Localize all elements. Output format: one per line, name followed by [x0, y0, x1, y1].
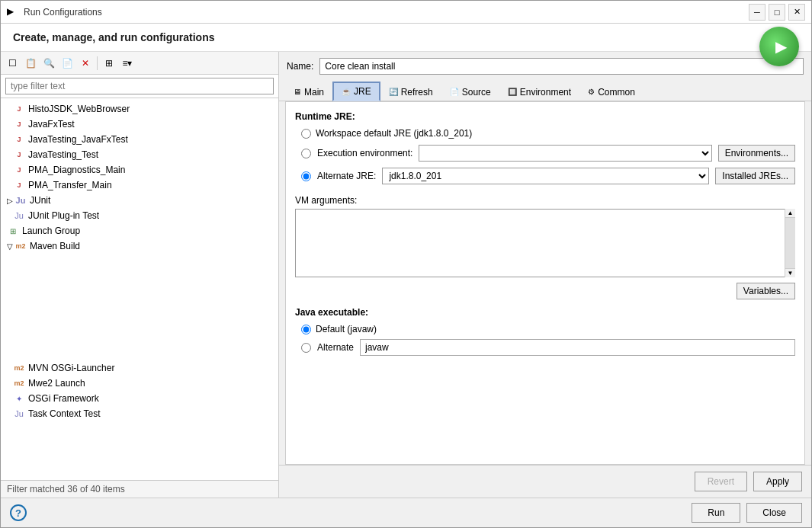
search-input[interactable]: [5, 78, 274, 94]
window-controls[interactable]: ─ □ ✕: [749, 4, 805, 21]
list-item[interactable]: J PMA_Diagnostics_Main: [1, 162, 278, 178]
tree-item-label: OSGi Framework: [28, 393, 99, 404]
main-tab-icon: 🖥: [294, 88, 301, 96]
tab-bar: 🖥 Main ☕ JRE 🔄 Refresh 📄 Source 🔲: [279, 81, 811, 101]
tab-main[interactable]: 🖥 Main: [285, 82, 332, 101]
list-item[interactable]: ⊞ Launch Group: [1, 223, 278, 238]
alternate-exec-input[interactable]: [360, 339, 795, 356]
duplicate-button[interactable]: 📋: [22, 55, 39, 72]
scroll-up-btn[interactable]: ▲: [785, 209, 795, 218]
alternate-jre-radio[interactable]: [301, 171, 311, 181]
tab-refresh[interactable]: 🔄 Refresh: [380, 82, 441, 101]
config-tree: J HistoJSDK_WebBrowser J JavaFxTest J Ja…: [1, 98, 278, 480]
alternate-exec-label: Alternate: [317, 342, 354, 353]
environment-tab-icon: 🔲: [508, 88, 517, 96]
list-item[interactable]: ✦ OSGi Framework: [1, 391, 278, 406]
tree-item-label: JUnit Plug-in Test: [28, 210, 99, 221]
maximize-button[interactable]: □: [769, 4, 785, 21]
java-icon: J: [13, 179, 25, 191]
java-icon: J: [13, 133, 25, 146]
toolbar-separator: [97, 56, 98, 70]
name-label: Name:: [287, 61, 313, 72]
list-item[interactable]: J HistoJSDK_WebBrowser: [1, 101, 278, 117]
list-item[interactable]: m2 MVN OSGi-Launcher: [1, 360, 278, 376]
tab-source[interactable]: 📄 Source: [441, 82, 499, 101]
junit-icon: Ju: [14, 194, 27, 206]
run-button[interactable]: Run: [692, 503, 740, 523]
mwe2-icon: m2: [13, 377, 25, 389]
filter-button[interactable]: 📄: [59, 55, 75, 72]
common-tab-icon: ⚙: [588, 88, 595, 96]
apply-button[interactable]: Apply: [753, 472, 802, 491]
jre-tab-content: Runtime JRE: Workspace default JRE (jdk1…: [285, 101, 805, 465]
alternate-jre-select[interactable]: jdk1.8.0_201: [382, 168, 709, 184]
jre-tab-icon: ☕: [342, 88, 351, 96]
execution-env-radio[interactable]: [301, 149, 311, 158]
variables-button[interactable]: Variables...: [737, 283, 795, 299]
expand-icon: ▽: [7, 242, 13, 251]
workspace-default-radio[interactable]: [301, 129, 311, 139]
list-item[interactable]: ▽ m2 Maven Build: [1, 238, 278, 254]
list-item[interactable]: J JavaTesting_JavaFxTest: [1, 132, 278, 147]
tree-item-label: Task Context Test: [28, 408, 101, 419]
collapse-button[interactable]: ⊞: [101, 55, 117, 72]
installed-jres-button[interactable]: Installed JREs...: [715, 168, 795, 184]
maven-icon: m2: [14, 240, 27, 252]
list-item[interactable]: J JavaFxTest: [1, 117, 278, 132]
new-config-button[interactable]: ☐: [4, 55, 21, 72]
revert-button[interactable]: Revert: [695, 472, 747, 491]
list-item[interactable]: J PMA_Transfer_Main: [1, 178, 278, 193]
maven-item-icon: m2: [13, 362, 25, 374]
tab-environment[interactable]: 🔲 Environment: [499, 82, 579, 101]
help-button[interactable]: ?: [10, 504, 27, 521]
list-item[interactable]: m2 Mwe2 Launch: [1, 376, 278, 391]
app-icon: ▶: [7, 6, 19, 18]
java-icon: J: [13, 164, 25, 176]
title-bar: ▶ Run Configurations ─ □ ✕: [1, 1, 811, 24]
list-item[interactable]: J JavaTesting_Test: [1, 147, 278, 162]
default-javaw-radio[interactable]: [301, 325, 311, 334]
tree-item-label: JavaTesting_JavaFxTest: [28, 134, 128, 145]
close-window-button[interactable]: ✕: [788, 4, 805, 21]
name-input[interactable]: [319, 58, 804, 75]
task-icon: Ju: [13, 408, 25, 420]
java-icon: J: [13, 149, 25, 161]
search-box: [1, 75, 278, 98]
scroll-down-btn[interactable]: ▼: [785, 268, 795, 277]
execution-env-select[interactable]: [419, 145, 711, 162]
variables-row: Variables...: [295, 283, 795, 299]
vm-arguments-input[interactable]: [295, 209, 795, 277]
tree-item-label: PMA_Diagnostics_Main: [28, 165, 125, 175]
run-icon[interactable]: [759, 27, 799, 66]
minimize-button[interactable]: ─: [749, 4, 765, 21]
view-menu-button[interactable]: ≡▾: [119, 55, 136, 72]
environments-button[interactable]: Environments...: [718, 145, 795, 162]
window-title: Run Configurations: [24, 7, 749, 18]
tab-common[interactable]: ⚙ Common: [579, 82, 644, 101]
tree-item-label: JavaTesting_Test: [28, 149, 98, 160]
expand-icon: ▷: [7, 197, 13, 205]
delete-button[interactable]: 🔍: [40, 55, 57, 72]
list-item[interactable]: Ju JUnit Plug-in Test: [1, 208, 278, 223]
refresh-tab-icon: 🔄: [389, 88, 398, 96]
source-tab-icon: 📄: [450, 88, 459, 96]
tab-jre[interactable]: ☕ JRE: [332, 82, 380, 101]
java-executable-label: Java executable:: [295, 307, 795, 318]
close-button[interactable]: Close: [746, 503, 802, 523]
osgi-icon: ✦: [13, 392, 25, 405]
name-row: Name:: [279, 52, 811, 81]
list-item[interactable]: Ju Task Context Test: [1, 406, 278, 421]
tree-item-label: Maven Build: [30, 241, 80, 251]
java-icon: J: [13, 103, 25, 115]
alternate-exec-radio[interactable]: [301, 343, 311, 353]
workspace-default-label: Workspace default JRE (jdk1.8.0_201): [316, 128, 472, 139]
tree-item-label: Launch Group: [22, 226, 80, 236]
remove-button[interactable]: ✕: [77, 55, 94, 72]
tree-item-label: JavaFxTest: [28, 119, 75, 130]
launch-group-icon: ⊞: [7, 225, 19, 237]
list-item[interactable]: ▷ Ju JUnit: [1, 193, 278, 208]
alternate-jre-label: Alternate JRE:: [317, 171, 376, 181]
vm-arguments-label: VM arguments:: [295, 195, 795, 206]
runtime-jre-label: Runtime JRE:: [295, 111, 795, 122]
junit-plugin-icon: Ju: [13, 210, 25, 222]
